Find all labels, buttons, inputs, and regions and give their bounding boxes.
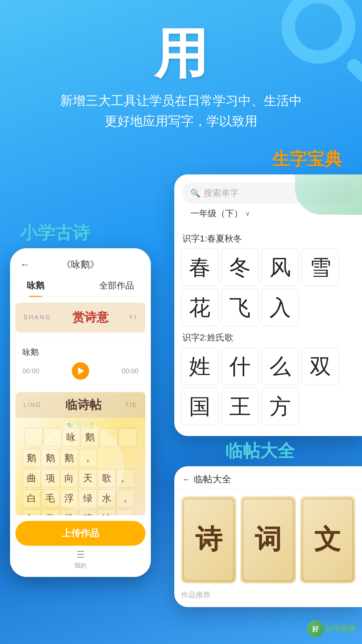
shang-right-text: YI [129, 314, 137, 321]
bottom-nav: ☰ 我的 [15, 546, 145, 572]
section2-char-grid: 姓 什 么 双 国 王 方 [181, 347, 355, 425]
poem-line-4: 红 掌 拨 清 波 。 [22, 509, 139, 515]
char-item[interactable]: 么 [261, 347, 299, 385]
lintie-item-wen[interactable]: 文 [300, 496, 355, 583]
ling-right-text: TIE [125, 401, 137, 409]
char-box: 波 [98, 509, 116, 515]
lintie-char-shi: 诗 [195, 522, 222, 558]
audio-time-right: 00:00 [122, 367, 138, 375]
section3-title: 识字3:小青蛙 [182, 435, 233, 436]
char-box [100, 428, 118, 446]
watermark-text: 好手游网 [326, 624, 355, 634]
chevron-down-icon: ∨ [245, 210, 250, 217]
poem-title-header: 《咏鹅》 [62, 258, 99, 271]
char-box: 鹅 [81, 428, 99, 446]
poem-line-2: 曲 项 向 天 歌 。 [22, 469, 139, 488]
char-box: 鹅 [60, 449, 78, 467]
shang-left-text: SHANG [23, 314, 52, 321]
upload-button[interactable]: 上传作品 [15, 521, 145, 546]
char-box: 拨 [60, 509, 78, 515]
char-item[interactable]: 入 [261, 289, 299, 326]
char-item[interactable]: 王 [221, 388, 259, 425]
ling-left-text: LING [23, 401, 42, 409]
char-box: 。 [116, 509, 134, 515]
section1-char-grid: 春 冬 风 雪 花 飞 入 [181, 249, 355, 326]
main-title: 用 [0, 27, 362, 80]
char-box: ， [116, 489, 134, 507]
search-icon: 🔍 [190, 189, 200, 198]
char-item[interactable]: 姓 [181, 347, 219, 385]
char-box [118, 428, 136, 446]
tab-yonge[interactable]: 咏鹅 [20, 274, 51, 297]
lintie-char-ci: 词 [255, 522, 282, 558]
char-item[interactable]: 飞 [221, 289, 259, 326]
char-item[interactable]: 风 [261, 249, 299, 286]
char-box: 掌 [41, 509, 59, 515]
watermark-logo: 好 [307, 621, 324, 637]
play-button[interactable] [72, 362, 89, 380]
label-shengzi: 生字宝典 [272, 148, 342, 171]
audio-time-left: 00:00 [22, 367, 39, 375]
card-shengzi: 🔍 搜索单字 一年级（下） ∨ 识字1:春夏秋冬 春 冬 风 雪 花 飞 入 识… [174, 174, 362, 436]
label-lintie: 临帖大全 [225, 439, 295, 463]
char-item[interactable]: 什 [221, 347, 259, 385]
phone-tabs: 咏鹅 全部作品 [10, 274, 151, 297]
lintie-item-ci[interactable]: 词 [240, 496, 296, 583]
char-item[interactable]: 国 [181, 388, 219, 425]
nav-item-mine[interactable]: ☰ 我的 [74, 549, 86, 570]
poem-line-1: 鹅 鹅 鹅 ， [22, 449, 139, 468]
audio-section: 咏鹅 00:00 00:00 [15, 341, 145, 385]
char-box: 水 [98, 489, 116, 507]
char-box: 项 [41, 469, 59, 487]
phone-gushi: ← 《咏鹅》 咏鹅 全部作品 SHANG 赏诗意 YI 咏鹅 00:00 0 [10, 248, 151, 577]
char-item[interactable]: 花 [181, 289, 219, 326]
audio-poem-title: 咏鹅 [22, 347, 138, 358]
phone-bottom-bar: 上传作品 ☰ 我的 [10, 515, 151, 577]
char-box: 歌 [98, 469, 116, 487]
section1-title: 识字1:春夏秋冬 [182, 233, 354, 245]
lintie-subtitle: 作品推荐 [174, 590, 362, 600]
char-box: 鹅 [41, 449, 59, 467]
shang-banner: SHANG 赏诗意 YI [15, 303, 145, 332]
play-icon [78, 367, 84, 375]
char-box: ， [79, 449, 97, 467]
poem-line-title: 咏 鹅 [22, 428, 139, 447]
char-box [43, 428, 61, 446]
phone-header: ← 《咏鹅》 [10, 248, 151, 274]
char-item[interactable]: 冬 [221, 249, 259, 286]
char-box: 浮 [60, 489, 78, 507]
shengzi-content: 识字1:春夏秋冬 春 冬 风 雪 花 飞 入 识字2:姓氏歌 姓 什 么 双 国… [174, 229, 362, 436]
char-item[interactable]: 双 [302, 347, 339, 385]
subtitle: 新增三大工具让学员在日常学习中、生活中 更好地应用写字，学以致用 [0, 91, 362, 131]
shang-center-text: 赏诗意 [72, 309, 109, 326]
poem-writing-area: 🐦 彻小巢 ~ ~ ~ 咏 鹅 [15, 418, 145, 515]
section2-title: 识字2:姓氏歌 [182, 332, 354, 343]
char-item[interactable]: 雪 [302, 249, 339, 286]
label-gushi: 小学古诗 [20, 221, 90, 245]
back-button[interactable]: ← [20, 259, 29, 270]
poem-grid: 咏 鹅 鹅 鹅 鹅 ， 曲 项 向 天 [19, 421, 142, 515]
char-item[interactable]: 春 [181, 249, 219, 286]
char-box: 咏 [62, 428, 80, 446]
char-box: 天 [79, 469, 97, 487]
ling-banner: LING 临诗帖 TIE [15, 392, 145, 418]
char-box: 清 [79, 509, 97, 515]
tab-all[interactable]: 全部作品 [93, 274, 141, 297]
shengzi-top-deco [295, 174, 362, 215]
lintie-title: 临帖大全 [194, 473, 231, 486]
char-box: 。 [116, 469, 134, 487]
mine-icon: ☰ [76, 549, 85, 560]
poem-line-3: 白 毛 浮 绿 水 ， [22, 489, 139, 508]
char-box: 绿 [79, 489, 97, 507]
lintie-item-shi[interactable]: 诗 [181, 496, 236, 583]
card-lintie: ← 临帖大全 诗 词 文 作品推荐 [174, 466, 362, 607]
bottom-watermark: 好 好手游网 [307, 621, 355, 637]
char-box: 毛 [41, 489, 59, 507]
char-box [24, 428, 43, 446]
lintie-char-wen: 文 [314, 522, 341, 558]
ling-center-text: 临诗帖 [65, 397, 102, 413]
char-box: 向 [60, 469, 78, 487]
char-item[interactable]: 方 [261, 388, 299, 425]
lintie-back-button[interactable]: ← [182, 475, 190, 484]
lintie-content: 诗 词 文 [174, 489, 362, 590]
